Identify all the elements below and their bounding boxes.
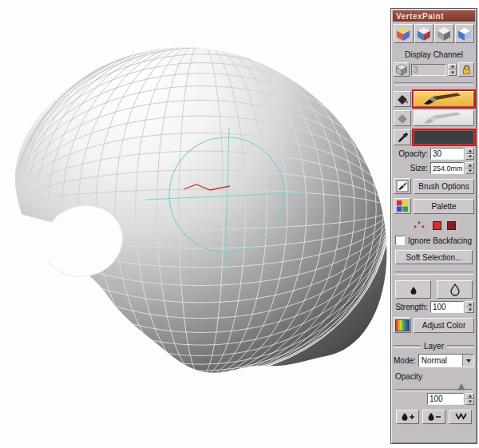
slider-handle[interactable] [457,383,465,391]
ignore-backfacing-label: Ignore Backfacing [408,236,472,245]
paint-bucket-icon [396,93,409,105]
opacity-row: Opacity: 30 [394,148,474,160]
palette-label: Palette [431,202,456,211]
blur-all-button[interactable] [437,280,473,299]
strength-label: Strength: [394,303,429,311]
chevron-down-icon [466,359,471,363]
paint-button[interactable] [414,91,474,107]
vertexpaint-panel: VertexPaint [390,8,477,444]
size-spinner[interactable] [465,162,474,174]
small-drop-icon [407,283,420,296]
add-layer-icon [400,411,416,422]
adjust-color-row: Adjust Color [394,317,474,333]
channel-spinner[interactable] [448,64,457,76]
erase-all-button[interactable] [394,110,411,126]
opacity-label: Opacity: [394,149,429,158]
secondary-color-chip[interactable] [447,221,456,230]
strength-row: Strength: 100 [394,301,474,313]
strength-spinner[interactable] [465,301,474,313]
alpha-cube-icon [457,26,473,42]
layer-opacity-value-row: 100 [394,393,474,405]
brush-options-row: Brush Options [394,178,474,194]
soft-selection-label: Soft Selection... [406,253,461,262]
pick-color-button[interactable] [394,129,411,145]
large-drop-icon [448,283,462,297]
condense-layers-icon [453,411,469,422]
soft-selection-button[interactable]: Soft Selection... [395,250,473,264]
channel-cube-icon [395,63,408,76]
dropdown-arrow-button[interactable] [462,355,473,367]
display-channel-label: Display Channel [394,50,474,59]
blur-brush-button[interactable] [395,280,431,299]
palette-button[interactable]: Palette [414,199,474,214]
vertex-dots-icon [413,220,427,230]
palette-row: Palette [394,198,474,214]
brush-options-label: Brush Options [418,182,469,191]
display-channel-row: 3 [394,62,474,77]
display-unshaded-button[interactable] [434,24,454,43]
add-layer-button[interactable] [396,410,419,424]
paint-all-button[interactable] [394,91,411,107]
display-vertex-color-button[interactable] [394,24,414,43]
vertex-color-cube-icon [395,26,411,42]
eyedropper-icon [397,132,409,144]
layer-opacity-spinner[interactable] [465,393,474,405]
erase-brush-icon [422,112,465,125]
ignore-backfacing-checkbox[interactable] [395,236,405,245]
ignore-backfacing-row[interactable]: Ignore Backfacing [394,236,474,245]
gray-cube-icon [436,26,452,42]
color-gradient-icon [395,319,410,331]
display-alpha-button[interactable] [455,24,475,43]
mode-row: Mode: Normal [394,354,474,367]
layer-mode-dropdown[interactable]: Normal [418,354,474,367]
condense-layers-button[interactable] [449,410,472,424]
brush-options-button[interactable]: Brush Options [414,179,474,194]
paint-color-swatch[interactable] [414,130,474,145]
delete-layer-button[interactable] [422,410,445,424]
shaded-cube-icon [416,26,432,42]
strength-field[interactable]: 100 [430,301,464,313]
divider [394,82,473,85]
delete-layer-icon [426,411,442,422]
size-label: Size: [394,164,429,172]
layer-section-label: Layer [424,342,444,351]
blur-row [394,280,474,299]
erase-bucket-icon [396,112,409,125]
display-shaded-button[interactable] [414,24,434,43]
primary-color-chip[interactable] [433,221,441,230]
opacity-spinner[interactable] [465,148,474,160]
palette-icon-button[interactable] [394,198,411,214]
erase-button[interactable] [414,110,474,126]
layer-opacity-label: Opacity [394,372,474,381]
panel-titlebar[interactable]: VertexPaint [393,10,475,22]
erase-row [394,110,474,126]
brush-options-icon-button[interactable] [394,178,411,194]
opacity-field[interactable]: 30 [430,148,464,160]
paintbrush-icon [422,93,465,105]
adjust-color-button[interactable]: Adjust Color [414,318,474,333]
channel-field[interactable]: 3 [411,64,446,76]
layer-buttons-row [394,410,474,424]
lock-channel-button[interactable] [458,62,474,77]
channel-cube-button[interactable] [394,62,410,77]
layer-opacity-field[interactable]: 100 [427,393,464,405]
layer-section-separator: Layer [394,342,474,351]
adjust-color-icon-button[interactable] [394,317,411,333]
adjust-color-label: Adjust Color [422,321,465,330]
color-row [394,129,474,145]
paint-row [394,91,474,107]
size-row: Size: 254.0mm [394,162,474,174]
mode-label: Mode: [394,356,416,365]
divider [394,272,473,275]
layer-mode-value: Normal [419,356,462,365]
palette-icon [396,200,409,212]
display-mode-buttons [394,24,474,43]
lock-icon [461,65,472,75]
layer-opacity-slider[interactable] [394,383,474,392]
size-field[interactable]: 254.0mm [430,162,464,174]
panel-title: VertexPaint [396,12,444,21]
paint-target-row [394,220,474,230]
brush-options-icon [396,180,409,192]
